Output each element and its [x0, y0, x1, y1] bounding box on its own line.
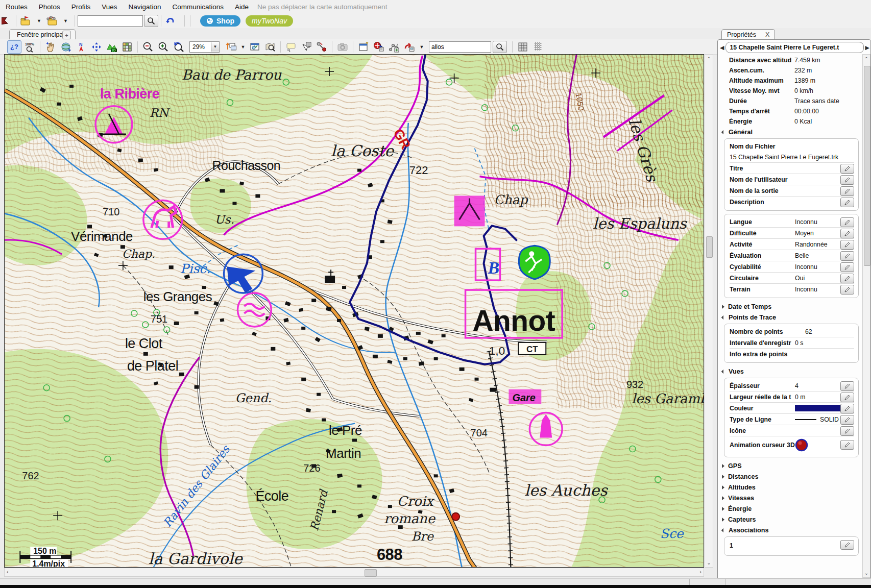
open-track-dropdown[interactable]: ▼	[59, 14, 72, 28]
building	[434, 357, 438, 360]
section-distances[interactable]: Distances	[718, 471, 863, 482]
menu-routes[interactable]: Routes	[0, 1, 33, 13]
orient-north-button[interactable]: N	[74, 40, 88, 54]
scale-order-button[interactable]	[224, 40, 238, 54]
map-vertical-scrollbar[interactable]: ⌃ ⌄	[705, 54, 713, 568]
scroll-up-arrow[interactable]: ⌃	[705, 56, 713, 62]
panel-scrollbar[interactable]: ⌃ ⌄	[862, 54, 870, 578]
section-altitudes[interactable]: Altitudes	[718, 482, 863, 493]
edit-evaluation-button[interactable]	[840, 251, 854, 261]
grid-view-button[interactable]	[516, 40, 530, 54]
menu-photos[interactable]: Photos	[33, 1, 66, 13]
section-energie[interactable]: Énergie	[718, 503, 863, 514]
quick-search-button[interactable]	[144, 15, 158, 27]
scroll-down-arrow[interactable]: ⌄	[705, 560, 713, 566]
photo-tool-button[interactable]	[335, 40, 350, 54]
map-search-go-button[interactable]	[493, 41, 507, 53]
new-route-dropdown[interactable]: ▼	[418, 40, 425, 54]
edit-largeur-button[interactable]	[840, 393, 854, 402]
scale-order-dropdown[interactable]: ▼	[239, 40, 247, 54]
mytwonav-button[interactable]: myTwoNav	[246, 15, 293, 27]
view-3d-button[interactable]: 3D	[105, 40, 119, 54]
section-points-trace[interactable]: Points de Trace	[718, 312, 863, 323]
section-vitesses[interactable]: Vitesses	[718, 493, 863, 503]
full-extent-button[interactable]	[89, 40, 104, 54]
horizontal-scroll-thumb[interactable]	[365, 569, 377, 577]
zoom-previous-button[interactable]	[172, 40, 186, 54]
menu-profils[interactable]: Profils	[66, 1, 96, 13]
menu-navigation[interactable]: Navigation	[123, 1, 167, 13]
menu-communications[interactable]: Communications	[166, 1, 229, 13]
info-mode-button[interactable]: ¿?	[7, 40, 21, 54]
track-color-swatch[interactable]	[795, 405, 842, 411]
pan-hand-button[interactable]	[43, 40, 58, 54]
map-list-button[interactable]	[248, 40, 262, 54]
edit-activite-button[interactable]	[840, 240, 854, 250]
edit-type-ligne-button[interactable]	[840, 415, 854, 425]
new-route-button[interactable]	[402, 40, 417, 54]
next-track-button[interactable]: ▶	[865, 44, 869, 51]
zoom-out-button[interactable]	[141, 40, 155, 54]
new-track-button[interactable]	[387, 40, 401, 54]
vertical-scroll-thumb[interactable]	[706, 236, 713, 258]
zoom-level-combo[interactable]: 29% ▼	[189, 41, 220, 53]
edit-langue-button[interactable]	[840, 217, 854, 227]
track-name[interactable]: 15 Chapelle Saint Pierre Le Fugeret.t	[725, 42, 863, 53]
zoom-100-button[interactable]: 100%	[22, 40, 37, 54]
menu-vues[interactable]: Vues	[96, 1, 123, 13]
map-search-button[interactable]	[263, 40, 277, 54]
menu-aide[interactable]: Aide	[229, 1, 254, 13]
edit-sortie-button[interactable]	[840, 186, 854, 196]
edit-terrain-button[interactable]	[840, 285, 854, 295]
undo-button[interactable]	[164, 14, 177, 28]
track-cursor-marker[interactable]	[452, 513, 459, 521]
close-panel-button[interactable]: X	[765, 31, 769, 38]
quick-search-input[interactable]	[78, 15, 143, 27]
open-waypoints-button[interactable]	[19, 14, 32, 28]
edit-utilisateur-button[interactable]	[840, 175, 854, 185]
map-viewport[interactable]: Bau de Parrou la Ribière RN Rouchasson l…	[4, 54, 704, 568]
edit-description-button[interactable]	[840, 198, 854, 207]
separator	[137, 41, 138, 53]
mosaic-view-button[interactable]	[120, 40, 134, 54]
edit-couleur-button[interactable]	[840, 404, 854, 413]
edit-epaisseur-button[interactable]	[840, 381, 854, 391]
select-info-button[interactable]	[299, 40, 313, 54]
previous-track-button[interactable]: ◀	[720, 44, 724, 51]
shop-button[interactable]: Shop	[200, 15, 240, 27]
section-gps[interactable]: GPS	[718, 460, 863, 471]
scroll-left-arrow[interactable]: ‹	[7, 569, 9, 575]
properties-tab[interactable]: Propriétés X	[721, 29, 775, 40]
add-window-tab-button[interactable]: +	[62, 31, 71, 39]
map-horizontal-scrollbar[interactable]: ‹ ›	[4, 568, 704, 577]
scroll-right-arrow[interactable]: ›	[699, 569, 701, 575]
map-search-input[interactable]	[429, 41, 491, 53]
edit-animation-button[interactable]	[840, 440, 854, 450]
panel-scroll-thumb[interactable]	[864, 66, 870, 266]
panel-scroll-down[interactable]: ⌄	[863, 570, 870, 576]
edit-difficulte-button[interactable]	[840, 229, 854, 238]
open-track-button[interactable]	[45, 14, 59, 28]
new-window-button[interactable]	[356, 40, 371, 54]
recenter-map-button[interactable]	[59, 40, 73, 54]
new-waypoint-button[interactable]	[372, 40, 386, 54]
grid-config-button[interactable]	[531, 40, 545, 54]
open-waypoints-dropdown[interactable]: ▼	[32, 14, 45, 28]
topo-map[interactable]: Bau de Parrou la Ribière RN Rouchasson l…	[5, 55, 704, 567]
section-date-temps[interactable]: Date et Temps	[718, 301, 863, 312]
note-tool-button[interactable]	[284, 40, 298, 54]
section-vues[interactable]: Vues	[718, 366, 863, 377]
section-capteurs[interactable]: Capteurs	[718, 514, 863, 525]
section-associations[interactable]: Associations	[718, 525, 863, 535]
edit-circulaire-button[interactable]	[840, 274, 854, 283]
svg-text:726: 726	[303, 462, 320, 474]
edit-association-button[interactable]	[840, 540, 854, 550]
panel-scroll-up[interactable]: ⌃	[863, 56, 870, 62]
section-general[interactable]: Général	[718, 127, 863, 137]
edit-cyclabilite-button[interactable]	[840, 262, 854, 272]
track-point-tool-button[interactable]	[314, 40, 329, 54]
edit-titre-button[interactable]	[840, 164, 854, 174]
zoom-in-button[interactable]	[156, 40, 171, 54]
edit-icone-button[interactable]	[840, 426, 854, 436]
zoom-level-dropdown[interactable]: ▼	[211, 42, 219, 52]
